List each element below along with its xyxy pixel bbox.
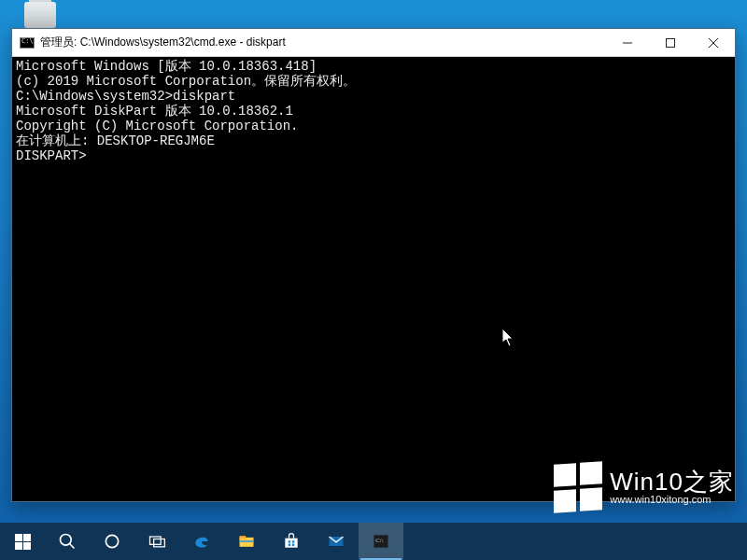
minimize-button[interactable] [606, 29, 649, 57]
search-button[interactable] [45, 523, 90, 560]
store-icon [282, 532, 301, 551]
terminal-line: (c) 2019 Microsoft Corporation。保留所有权利。 [16, 74, 731, 89]
mail-icon [327, 532, 345, 551]
terminal-line: Microsoft DiskPart 版本 10.0.18362.1 [16, 104, 731, 119]
start-icon [15, 534, 31, 550]
taskview-icon [148, 532, 166, 551]
cmd-taskbar-button[interactable]: C:\ [359, 523, 403, 560]
terminal-line: DISKPART> [16, 148, 731, 163]
explorer-button[interactable] [224, 523, 269, 560]
edge-button[interactable] [179, 523, 224, 560]
svg-rect-11 [289, 544, 291, 547]
cortana-icon [103, 532, 121, 551]
terminal-line: C:\Windows\system32>diskpart [16, 89, 731, 104]
close-icon [709, 38, 718, 48]
svg-rect-4 [154, 539, 165, 547]
minimize-icon [623, 38, 632, 48]
cmd-window: 管理员: C:\Windows\system32\cmd.exe - diskp… [11, 28, 736, 502]
recycle-bin-icon [24, 2, 56, 28]
maximize-icon [666, 38, 675, 48]
taskbar: C:\ [0, 523, 747, 560]
titlebar[interactable]: 管理员: C:\Windows\system32\cmd.exe - diskp… [12, 29, 735, 57]
terminal-line: 在计算机上: DESKTOP-REGJM6E [16, 133, 731, 148]
svg-rect-3 [150, 537, 162, 544]
svg-rect-0 [667, 38, 675, 47]
search-icon [58, 532, 77, 551]
window-title: 管理员: C:\Windows\system32\cmd.exe - diskp… [40, 35, 286, 50]
windows-logo-icon [554, 461, 602, 513]
desktop: 管理员: C:\Windows\system32\cmd.exe - diskp… [0, 0, 747, 560]
explorer-icon [237, 532, 256, 551]
start-button[interactable] [0, 523, 45, 560]
svg-rect-10 [292, 540, 295, 543]
cmd-app-icon [20, 37, 35, 49]
cmd-icon: C:\ [372, 532, 390, 551]
terminal-line: Copyright (C) Microsoft Corporation. [16, 119, 731, 133]
svg-rect-12 [292, 544, 295, 547]
terminal-body[interactable]: Microsoft Windows [版本 10.0.18363.418](c)… [12, 57, 735, 501]
mail-button[interactable] [314, 523, 359, 560]
watermark-brand: Win10之家 [610, 469, 734, 495]
svg-rect-6 [240, 536, 247, 539]
svg-text:C:\: C:\ [375, 537, 383, 543]
svg-point-1 [61, 535, 72, 546]
watermark-url: www.win10xitong.com [610, 495, 734, 506]
terminal-line: Microsoft Windows [版本 10.0.18363.418] [16, 59, 731, 74]
svg-point-2 [106, 535, 118, 547]
watermark: Win10之家 www.win10xitong.com [554, 463, 734, 511]
svg-rect-9 [289, 540, 291, 543]
store-button[interactable] [269, 523, 314, 560]
recycle-bin[interactable] [17, 2, 63, 28]
svg-rect-8 [285, 539, 297, 548]
cortana-button[interactable] [90, 523, 134, 560]
edge-icon [192, 532, 211, 551]
maximize-button[interactable] [649, 29, 692, 57]
taskview-button[interactable] [134, 523, 179, 560]
close-button[interactable] [692, 29, 735, 57]
svg-rect-7 [240, 540, 254, 542]
